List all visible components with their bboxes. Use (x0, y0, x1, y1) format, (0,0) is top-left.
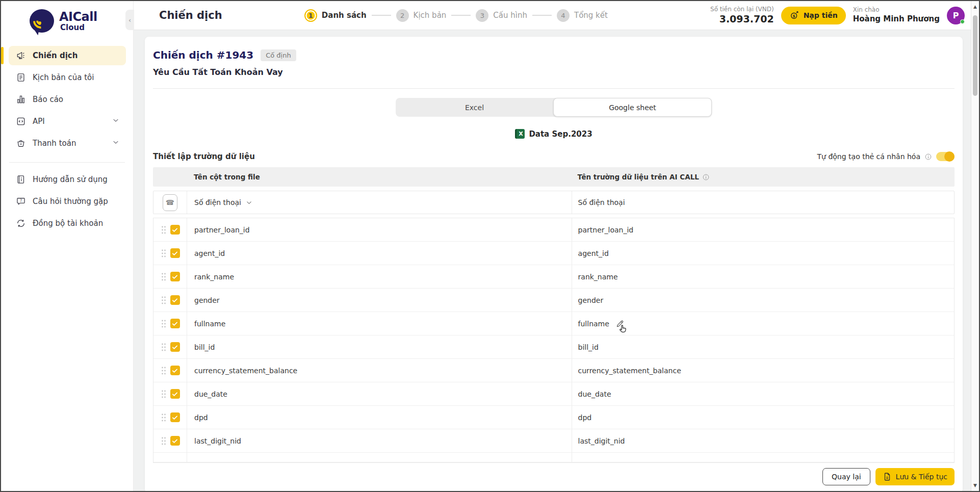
sidebar-item-chien-dich[interactable]: Chiến dịch (9, 46, 126, 65)
brand-logo-icon (30, 9, 54, 33)
row-checkbox[interactable] (170, 342, 180, 352)
user-name: Hoàng Minh Phương (853, 14, 940, 24)
ai-field-cell[interactable]: due_date (572, 382, 954, 405)
step-cau-hinh[interactable]: 3 Cấu hình (476, 9, 527, 22)
top-bar: Chiến dịch 1 Danh sách 2 Kịch bản 3 Cấu … (134, 1, 971, 30)
ai-field-cell[interactable]: agent_id (572, 242, 954, 265)
campaign-number: #1943 (217, 49, 253, 61)
drag-handle-icon[interactable] (161, 390, 167, 399)
chevron-down-icon (112, 138, 120, 148)
table-row: last_digit_nid last_digit_nid (153, 429, 954, 453)
drag-handle-icon[interactable] (161, 296, 167, 305)
sidebar-item-label: Báo cáo (33, 95, 63, 104)
step-label: Danh sách (322, 11, 367, 20)
sidebar-item-cau-hoi[interactable]: Câu hỏi thường gặp (9, 192, 126, 211)
scrollbar-up-arrow[interactable]: ▲ (971, 4, 979, 9)
ai-field-cell[interactable]: bill_id (572, 335, 954, 358)
balance-value: 3.093.702 (710, 13, 774, 25)
source-tabs: Excel Google sheet (396, 98, 712, 117)
sidebar-item-api[interactable]: API (9, 112, 126, 131)
file-column-name: due_date (194, 390, 227, 398)
avatar-letter: P (953, 11, 959, 20)
drag-handle-icon[interactable] (161, 413, 167, 422)
row-checkbox[interactable] (170, 248, 180, 258)
mapping-rows: partner_loan_id partner_loan_id agent_id… (153, 218, 955, 463)
file-column-name: agent_id (194, 249, 225, 257)
sidebar-item-label: Câu hỏi thường gặp (33, 197, 108, 206)
vertical-scrollbar[interactable]: ▲ ▼ (971, 1, 979, 491)
info-icon[interactable] (702, 173, 710, 181)
topup-button[interactable]: Nạp tiền (781, 7, 846, 24)
file-column-name: dpd (194, 413, 208, 422)
step-number: 3 (476, 9, 488, 22)
row-checkbox[interactable] (170, 366, 180, 375)
sidebar-item-thanh-toan[interactable]: Thanh toán (9, 134, 126, 153)
row-checkbox[interactable] (170, 225, 180, 235)
online-status-dot (960, 19, 965, 24)
sidebar-item-bao-cao[interactable]: Báo cáo (9, 90, 126, 109)
topup-label: Nạp tiền (804, 11, 838, 19)
sidebar-item-huong-dan[interactable]: Hướng dẫn sử dụng (9, 170, 126, 189)
auto-personalize-toggle[interactable] (936, 152, 955, 161)
sidebar: AICall Cloud Chiến dịch Kịch bản của tôi… (1, 1, 134, 491)
sidebar-menu: Chiến dịch Kịch bản của tôi Báo cáo API … (1, 46, 133, 233)
sidebar-item-label: Hướng dẫn sử dụng (33, 175, 108, 184)
row-checkbox[interactable] (170, 389, 180, 399)
auto-personalize-label: Tự động tạo thẻ cá nhân hóa (817, 152, 920, 161)
tab-google-sheet[interactable]: Google sheet (553, 98, 712, 117)
phone-icon: ☎ (163, 194, 177, 211)
coin-icon (789, 10, 800, 20)
sidebar-item-dong-bo[interactable]: Đồng bộ tài khoản (9, 214, 126, 233)
row-checkbox[interactable] (170, 272, 180, 281)
sidebar-item-label: Chiến dịch (33, 51, 78, 60)
tab-excel[interactable]: Excel (396, 98, 553, 117)
campaign-type-badge: Cố định (261, 49, 296, 61)
ai-field-cell[interactable]: partner_loan_id (572, 218, 954, 241)
step-number: 2 (396, 9, 409, 22)
auto-personalize-control: Tự động tạo thẻ cá nhân hóa (817, 152, 955, 161)
bar-chart-icon (16, 94, 26, 105)
drag-handle-icon[interactable] (161, 343, 167, 352)
drag-handle-icon[interactable] (161, 366, 167, 375)
scrollbar-thumb[interactable] (973, 15, 977, 96)
sidebar-item-kich-ban[interactable]: Kịch bản của tôi (9, 68, 126, 87)
app-window: AICall Cloud Chiến dịch Kịch bản của tôi… (0, 0, 980, 492)
row-checkbox[interactable] (170, 295, 180, 305)
avatar[interactable]: P (947, 7, 965, 24)
row-checkbox[interactable] (170, 436, 180, 446)
excel-file-icon: X (515, 129, 525, 139)
mouse-cursor-icon (617, 323, 629, 336)
drag-handle-icon[interactable] (161, 225, 167, 235)
ai-field-cell[interactable]: currency_statement_balance (572, 359, 954, 382)
scrollbar-down-arrow[interactable]: ▼ (971, 483, 979, 488)
ai-field-cell[interactable]: dpd (572, 406, 954, 429)
phone-column-select[interactable]: Số điện thoại (187, 191, 572, 214)
ai-field-cell[interactable]: gender (572, 289, 954, 312)
table-header: Tên cột trong file Tên trường dữ liệu tr… (153, 167, 955, 187)
ai-field-cell[interactable]: last_digit_nid (572, 429, 954, 452)
table-row-partial (153, 453, 954, 462)
campaign-heading: Chiến dịch (153, 49, 213, 61)
step-danh-sach[interactable]: 1 Danh sách (304, 9, 367, 22)
file-column-name: fullname (194, 320, 225, 328)
edit-field-button[interactable] (615, 319, 625, 328)
drag-handle-icon[interactable] (161, 436, 167, 446)
drag-handle-icon[interactable] (161, 272, 167, 281)
back-button[interactable]: Quay lại (822, 468, 870, 485)
ai-field-cell[interactable]: rank_name (572, 265, 954, 288)
sidebar-collapse-button[interactable]: ‹ (125, 10, 134, 30)
save-continue-button[interactable]: Lưu & Tiếp tục (875, 468, 955, 485)
ai-field-cell[interactable]: fullname (572, 312, 954, 335)
file-column-name: gender (194, 296, 220, 304)
table-row-fullname: fullname fullname (153, 312, 954, 335)
info-icon[interactable] (924, 153, 932, 161)
step-kich-ban[interactable]: 2 Kịch bản (396, 9, 447, 22)
table-row: currency_statement_balance currency_stat… (153, 359, 954, 382)
divider (153, 88, 955, 89)
step-tong-ket[interactable]: 4 Tổng kết (557, 9, 608, 22)
row-checkbox[interactable] (170, 412, 180, 422)
drag-handle-icon[interactable] (161, 319, 167, 328)
drag-handle-icon[interactable] (161, 249, 167, 258)
row-checkbox[interactable] (170, 319, 180, 328)
code-icon (16, 116, 26, 126)
